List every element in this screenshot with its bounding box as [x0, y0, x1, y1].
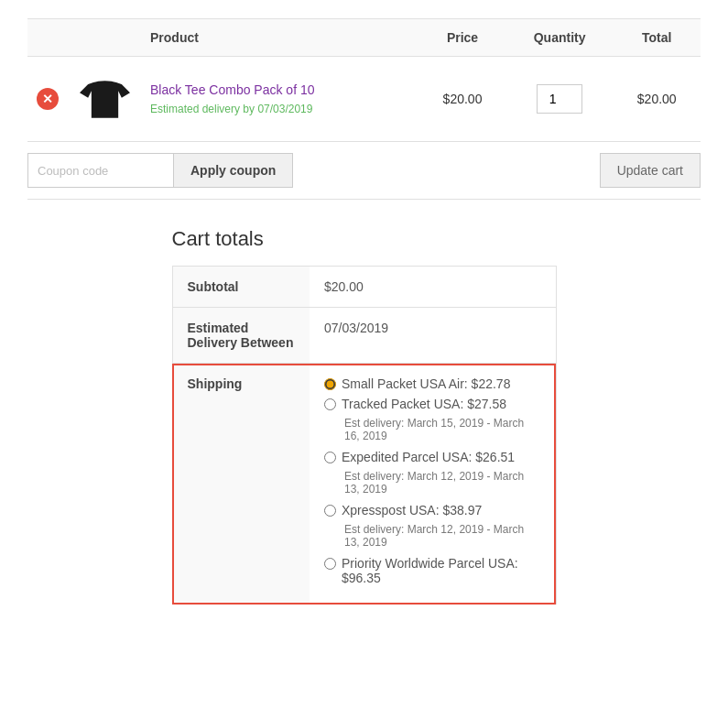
shipping-options-cell: Small Packet USA Air: $22.78 Tracked Pac…: [310, 364, 556, 605]
shipping-radio-0[interactable]: [324, 378, 336, 390]
cart-totals-section: Cart totals Subtotal $20.00 Estimated De…: [27, 227, 701, 605]
shipping-sub-2: Est delivery: March 12, 2019 - March 13,…: [344, 470, 541, 496]
delivery-row: Estimated Delivery Between 07/03/2019: [172, 308, 556, 364]
shipping-option-1: Tracked Packet USA: $27.58: [324, 397, 541, 411]
shipping-sub-3: Est delivery: March 12, 2019 - March 13,…: [344, 523, 541, 549]
subtotal-row: Subtotal $20.00: [172, 267, 556, 308]
tshirt-icon: [80, 74, 130, 125]
col-header-total: Total: [613, 19, 701, 57]
col-header-product: Product: [141, 19, 418, 57]
remove-item-button[interactable]: ✕: [37, 88, 59, 110]
cart-row: ✕ Black Tee Combo Pack of 10 Estimated d…: [27, 57, 701, 142]
apply-coupon-button[interactable]: Apply coupon: [174, 153, 293, 188]
item-price: $20.00: [443, 92, 483, 106]
subtotal-value: $20.00: [310, 267, 556, 308]
item-total: $20.00: [637, 92, 677, 106]
col-header-quantity: Quantity: [506, 19, 614, 57]
subtotal-label: Subtotal: [172, 267, 310, 308]
delivery-estimate: Estimated delivery by 07/03/2019: [150, 103, 312, 115]
shipping-option-0: Small Packet USA Air: $22.78: [324, 376, 541, 391]
shipping-label-2: Expedited Parcel USA: $26.51: [342, 450, 515, 464]
shipping-label-3: Xpresspost USA: $38.97: [342, 503, 482, 517]
col-header-image: [68, 19, 141, 57]
shipping-label-1: Tracked Packet USA: $27.58: [342, 397, 506, 411]
shipping-options-list: Small Packet USA Air: $22.78 Tracked Pac…: [324, 376, 541, 585]
shipping-option-4: Priority Worldwide Parcel USA:$96.35: [324, 556, 541, 585]
product-image: [77, 71, 132, 126]
shipping-radio-4[interactable]: [324, 558, 336, 570]
update-cart-button[interactable]: Update cart: [600, 153, 701, 188]
shipping-option-3: Xpresspost USA: $38.97: [324, 503, 541, 517]
delivery-label: Estimated Delivery Between: [172, 308, 310, 364]
shipping-option-2: Expedited Parcel USA: $26.51: [324, 450, 541, 464]
shipping-label: Shipping: [172, 364, 310, 605]
delivery-value: 07/03/2019: [310, 308, 556, 364]
shipping-radio-2[interactable]: [324, 452, 336, 463]
cart-table: Product Price Quantity Total ✕: [27, 18, 701, 142]
shipping-sub-1: Est delivery: March 15, 2019 - March 16,…: [344, 417, 541, 442]
shipping-label-0: Small Packet USA Air: $22.78: [342, 376, 510, 391]
shipping-radio-1[interactable]: [324, 398, 336, 410]
shipping-label-4: Priority Worldwide Parcel USA:$96.35: [342, 556, 518, 585]
quantity-input[interactable]: [537, 84, 582, 114]
col-header-price: Price: [418, 19, 506, 57]
coupon-row: Apply coupon Update cart: [27, 142, 701, 200]
coupon-input[interactable]: [27, 153, 174, 188]
shipping-row: Shipping Small Packet USA Air: $22.78: [172, 364, 556, 605]
cart-totals-title: Cart totals: [172, 227, 557, 251]
totals-table: Subtotal $20.00 Estimated Delivery Betwe…: [172, 266, 557, 605]
shipping-radio-3[interactable]: [324, 505, 336, 517]
product-name-link[interactable]: Black Tee Combo Pack of 10: [150, 82, 409, 97]
col-header-remove: [27, 19, 68, 57]
